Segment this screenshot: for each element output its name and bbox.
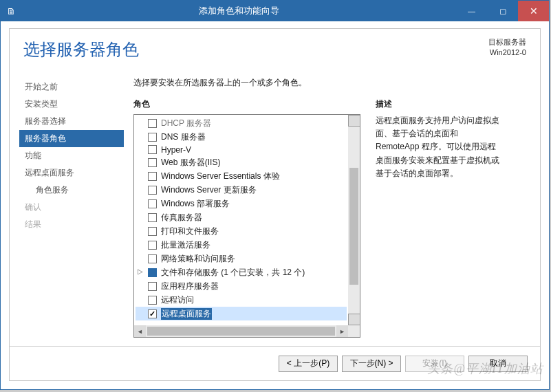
titlebar: 🗎 添加角色和功能向导 — ▢ ✕ <box>1 1 549 21</box>
role-checkbox[interactable] <box>148 158 157 167</box>
role-label: 批量激活服务 <box>161 239 210 251</box>
roles-header: 角色 <box>133 98 360 110</box>
instruction-text: 选择要安装在所选服务器上的一个或多个角色。 <box>133 77 526 89</box>
roles-list: DHCP 服务器DNS 服务器Hyper-VWeb 服务器(IIS)Window… <box>134 115 348 322</box>
previous-button[interactable]: < 上一步(P) <box>279 356 338 372</box>
wizard-nav: 开始之前安装类型服务器选择服务器角色功能远程桌面服务角色服务确认结果 <box>19 77 124 338</box>
expand-icon[interactable]: ▷ <box>138 268 144 274</box>
role-checkbox[interactable] <box>148 145 157 154</box>
v-scroll-thumb[interactable] <box>349 168 358 285</box>
role-checkbox[interactable] <box>148 309 157 318</box>
scroll-left-button[interactable]: ◄ <box>134 325 146 337</box>
scroll-up-button[interactable]: ▲ <box>348 115 360 127</box>
role-row-0[interactable]: DHCP 服务器 <box>136 116 347 130</box>
role-row-11[interactable]: ▷文件和存储服务 (1 个已安装，共 12 个) <box>136 265 347 279</box>
role-label: Windows Server 更新服务 <box>161 184 257 196</box>
role-checkbox[interactable] <box>148 282 157 291</box>
role-label: 网络策略和访问服务 <box>161 253 235 265</box>
role-row-12[interactable]: 应用程序服务器 <box>136 279 347 293</box>
description-text: 远程桌面服务支持用户访问虚拟桌面、基于会话的桌面和 RemoteApp 程序。可… <box>376 114 503 180</box>
nav-item-6[interactable]: 角色服务 <box>19 182 124 199</box>
role-checkbox[interactable] <box>148 133 157 142</box>
page-title: 选择服务器角色 <box>23 39 526 61</box>
cancel-button[interactable]: 取消 <box>468 356 528 372</box>
nav-item-1[interactable]: 安装类型 <box>19 96 124 113</box>
role-checkbox[interactable] <box>148 241 157 250</box>
role-label: 传真服务器 <box>161 212 202 224</box>
role-row-10[interactable]: 网络策略和访问服务 <box>136 252 347 265</box>
role-checkbox[interactable] <box>148 186 157 195</box>
role-label: DHCP 服务器 <box>161 118 211 129</box>
role-row-2[interactable]: Hyper-V <box>136 144 347 155</box>
role-checkbox[interactable] <box>148 172 157 181</box>
roles-column: 角色 DHCP 服务器DNS 服务器Hyper-VWeb 服务器(IIS)Win… <box>133 98 360 338</box>
role-checkbox[interactable] <box>148 213 157 222</box>
v-scroll-track[interactable] <box>348 127 360 314</box>
wizard-body: 选择服务器角色 目标服务器 Win2012-0 开始之前安装类型服务器选择服务器… <box>9 28 541 381</box>
role-label: Windows Server Essentials 体验 <box>161 171 280 182</box>
role-checkbox[interactable] <box>148 268 157 277</box>
main-panel: 选择要安装在所选服务器上的一个或多个角色。 角色 DHCP 服务器DNS 服务器… <box>133 77 526 338</box>
role-checkbox[interactable] <box>148 254 157 263</box>
role-row-1[interactable]: DNS 服务器 <box>136 130 347 144</box>
minimize-button[interactable]: — <box>456 1 487 21</box>
nav-item-7: 确认 <box>19 199 124 216</box>
target-server-value: Win2012-0 <box>488 47 526 58</box>
role-checkbox[interactable] <box>148 199 157 208</box>
role-label: 文件和存储服务 (1 个已安装，共 12 个) <box>161 267 305 279</box>
role-row-4[interactable]: Windows Server Essentials 体验 <box>136 169 347 183</box>
target-server-box: 目标服务器 Win2012-0 <box>488 37 526 58</box>
wizard-window: 🗎 添加角色和功能向导 — ▢ ✕ 选择服务器角色 目标服务器 Win2012-… <box>0 0 550 390</box>
window-controls: — ▢ ✕ <box>456 1 549 21</box>
role-label: Hyper-V <box>161 145 191 155</box>
wizard-footer: < 上一步(P) 下一步(N) > 安装(I) 取消 <box>10 346 540 380</box>
role-label: Web 服务器(IIS) <box>161 157 220 168</box>
role-checkbox[interactable] <box>148 119 157 128</box>
nav-item-2[interactable]: 服务器选择 <box>19 113 124 130</box>
close-button[interactable]: ✕ <box>518 1 549 21</box>
role-row-14[interactable]: 远程桌面服务 <box>136 307 347 320</box>
columns: 角色 DHCP 服务器DNS 服务器Hyper-VWeb 服务器(IIS)Win… <box>133 98 526 338</box>
target-server-label: 目标服务器 <box>488 37 526 47</box>
role-row-3[interactable]: Web 服务器(IIS) <box>136 155 347 169</box>
h-scroll-track[interactable] <box>146 325 336 337</box>
role-row-9[interactable]: 批量激活服务 <box>136 238 347 252</box>
nav-item-5[interactable]: 远程桌面服务 <box>19 164 124 182</box>
nav-item-4[interactable]: 功能 <box>19 147 124 164</box>
h-scroll-thumb[interactable] <box>147 327 335 336</box>
role-checkbox[interactable] <box>148 227 157 236</box>
window-icon: 🗎 <box>1 6 21 17</box>
role-row-6[interactable]: Windows 部署服务 <box>136 197 347 210</box>
horizontal-scrollbar[interactable]: ◄ ► <box>134 325 348 337</box>
role-label: Windows 部署服务 <box>161 198 230 210</box>
role-row-8[interactable]: 打印和文件服务 <box>136 224 347 238</box>
role-row-13[interactable]: 远程访问 <box>136 293 347 307</box>
window-title: 添加角色和功能向导 <box>21 5 456 17</box>
role-row-7[interactable]: 传真服务器 <box>136 210 347 224</box>
role-label: DNS 服务器 <box>161 131 206 143</box>
role-label: 打印和文件服务 <box>161 226 219 237</box>
scroll-corner <box>348 325 360 337</box>
role-label: 应用程序服务器 <box>161 281 219 292</box>
next-button[interactable]: 下一步(N) > <box>342 356 401 372</box>
maximize-button[interactable]: ▢ <box>487 1 518 21</box>
roles-list-box: DHCP 服务器DNS 服务器Hyper-VWeb 服务器(IIS)Window… <box>133 114 360 338</box>
role-label: 远程桌面服务 <box>161 308 212 320</box>
role-checkbox[interactable] <box>148 296 157 305</box>
roles-list-viewport: DHCP 服务器DNS 服务器Hyper-VWeb 服务器(IIS)Window… <box>134 115 348 325</box>
role-row-5[interactable]: Windows Server 更新服务 <box>136 183 347 197</box>
scroll-down-button[interactable]: ▼ <box>348 314 360 325</box>
scroll-right-button[interactable]: ► <box>336 325 348 337</box>
description-column: 描述 远程桌面服务支持用户访问虚拟桌面、基于会话的桌面和 RemoteApp 程… <box>376 98 503 338</box>
role-label: 远程访问 <box>161 294 194 306</box>
install-button[interactable]: 安装(I) <box>405 356 464 372</box>
nav-item-8: 结果 <box>19 216 124 233</box>
header-row: 选择服务器角色 目标服务器 Win2012-0 <box>10 29 540 65</box>
description-header: 描述 <box>376 98 503 110</box>
vertical-scrollbar[interactable]: ▲ ▼ <box>348 115 360 325</box>
body-row: 开始之前安装类型服务器选择服务器角色功能远程桌面服务角色服务确认结果 选择要安装… <box>10 65 540 338</box>
nav-item-0[interactable]: 开始之前 <box>19 78 124 96</box>
nav-item-3[interactable]: 服务器角色 <box>19 130 124 147</box>
